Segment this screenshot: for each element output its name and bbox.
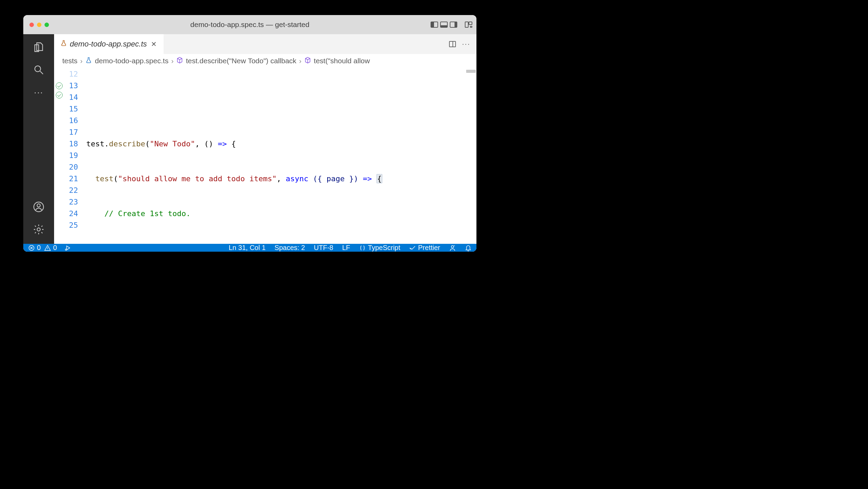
close-window-button[interactable] xyxy=(29,23,34,27)
line-numbers: 12 13 14 15 16 17 18 19 20 21 22 23 24 2… xyxy=(64,68,81,244)
beaker-icon xyxy=(85,57,92,65)
breadcrumb-file[interactable]: demo-todo-app.spec.ts xyxy=(95,57,168,65)
chevron-right-icon: › xyxy=(171,57,174,65)
breadcrumb-scope[interactable]: test.describe("New Todo") callback xyxy=(186,57,296,65)
status-eol[interactable]: LF xyxy=(342,244,350,252)
status-warnings[interactable]: 0 xyxy=(44,244,57,252)
explorer-icon[interactable] xyxy=(30,39,47,55)
chevron-right-icon: › xyxy=(299,57,302,65)
titlebar: demo-todo-app.spec.ts — get-started xyxy=(23,15,476,34)
breadcrumb-folder[interactable]: tests xyxy=(62,57,77,65)
symbol-icon xyxy=(176,57,183,65)
accounts-icon[interactable] xyxy=(30,199,47,215)
status-spaces[interactable]: Spaces: 2 xyxy=(275,244,305,252)
status-language[interactable]: TypeScript xyxy=(359,244,400,252)
beaker-icon xyxy=(60,39,67,49)
tab-bar: demo-todo-app.spec.ts ✕ ··· xyxy=(54,34,476,54)
search-icon[interactable] xyxy=(30,62,47,78)
status-formatter[interactable]: Prettier xyxy=(409,244,440,252)
code-editor[interactable]: 12 13 14 15 16 17 18 19 20 21 22 23 24 2… xyxy=(54,68,476,244)
status-cursor[interactable]: Ln 31, Col 1 xyxy=(229,244,266,252)
svg-point-0 xyxy=(35,66,41,72)
symbol-icon xyxy=(304,57,311,65)
split-editor-icon[interactable] xyxy=(449,41,456,47)
feedback-icon[interactable] xyxy=(449,244,456,251)
window-title: demo-todo-app.spec.ts — get-started xyxy=(23,21,476,29)
svg-point-2 xyxy=(37,204,40,207)
customize-layout-icon[interactable] xyxy=(465,22,472,28)
close-tab-icon[interactable]: ✕ xyxy=(150,40,158,48)
maximize-window-button[interactable] xyxy=(44,23,49,27)
debug-start-icon[interactable] xyxy=(64,244,71,251)
notifications-bell-icon[interactable] xyxy=(465,244,472,251)
chevron-right-icon: › xyxy=(80,57,82,65)
editor-area: demo-todo-app.spec.ts ✕ ··· tests › demo… xyxy=(54,34,476,244)
breadcrumb-scope[interactable]: test("should allow xyxy=(314,57,370,65)
minimize-window-button[interactable] xyxy=(37,23,41,27)
tab-demo-todo-app[interactable]: demo-todo-app.spec.ts ✕ xyxy=(54,34,164,54)
settings-gear-icon[interactable] xyxy=(30,221,47,238)
editor-more-actions-icon[interactable]: ··· xyxy=(462,40,470,49)
status-bar: 0 0 Ln 31, Col 1 Spaces: 2 UTF-8 LF Type… xyxy=(23,244,476,252)
test-passed-icon[interactable] xyxy=(56,82,63,89)
svg-point-3 xyxy=(37,228,40,231)
status-errors[interactable]: 0 xyxy=(28,244,41,252)
vscode-window: demo-todo-app.spec.ts — get-started ··· xyxy=(23,15,476,252)
status-encoding[interactable]: UTF-8 xyxy=(314,244,333,252)
svg-point-6 xyxy=(451,246,454,248)
svg-point-5 xyxy=(65,249,67,250)
tab-filename: demo-todo-app.spec.ts xyxy=(70,40,147,49)
toggle-panel-icon[interactable] xyxy=(440,22,448,28)
breadcrumbs[interactable]: tests › demo-todo-app.spec.ts › test.des… xyxy=(54,54,476,68)
toggle-secondary-sidebar-icon[interactable] xyxy=(450,22,457,28)
toggle-sidebar-icon[interactable] xyxy=(431,22,438,28)
minimap-slider[interactable] xyxy=(466,70,476,73)
window-controls xyxy=(23,23,49,27)
code-content[interactable]: test.describe("New Todo", () => { test("… xyxy=(81,68,476,244)
activity-bar: ··· xyxy=(23,34,54,244)
test-gutter xyxy=(54,68,64,244)
more-views-icon[interactable]: ··· xyxy=(30,84,47,101)
test-passed-icon[interactable] xyxy=(56,92,63,98)
